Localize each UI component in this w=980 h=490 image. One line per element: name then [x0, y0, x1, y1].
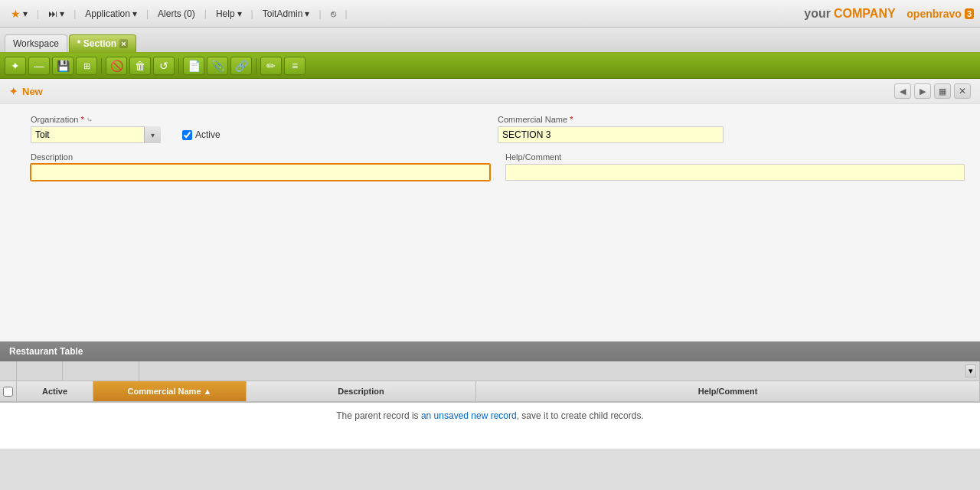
alerts-label: Alerts (0)	[158, 8, 195, 19]
org-select-wrapper: Toit ▾	[31, 126, 161, 143]
toolbar-separator-3	[256, 58, 256, 74]
logo-your: your	[804, 7, 831, 21]
org-info-icon[interactable]: ⤷	[87, 116, 93, 124]
history-dropdown-icon: ▾	[60, 8, 64, 19]
filter-dropdown-button[interactable]: ▾	[965, 364, 976, 377]
help-dropdown-icon: ▾	[237, 8, 242, 19]
logo-company: COMPANY	[834, 7, 896, 21]
logo-openbravo: openbravo	[906, 8, 962, 20]
restaurant-table-title: Restaurant Table	[9, 346, 83, 357]
home-icon: ★	[11, 8, 21, 20]
active-label: Active	[195, 129, 220, 140]
tab-workspace-label: Workspace	[13, 38, 59, 49]
prev-record-button[interactable]: ◀	[894, 83, 911, 99]
divider-7: |	[345, 8, 348, 19]
customize-button[interactable]: ✏	[260, 57, 282, 75]
commercial-name-group: Commercial Name *	[498, 115, 949, 143]
nav-history-button[interactable]: ⏭ ▾	[44, 7, 69, 21]
grid-filter-cell-1	[17, 361, 63, 381]
notes-button[interactable]: ≡	[284, 57, 305, 75]
logout-icon: ⎋	[331, 8, 336, 19]
divider-6: |	[318, 8, 321, 19]
form-title-area: ✦ New	[9, 86, 43, 97]
description-group: Description	[31, 152, 490, 181]
active-checkbox[interactable]	[182, 130, 192, 140]
copy-button[interactable]: 📄	[183, 57, 204, 75]
commercial-name-input[interactable]	[498, 126, 724, 143]
delete-record-button[interactable]: —	[28, 57, 50, 75]
form-nav-buttons: ◀ ▶ ▦ ✕	[894, 83, 971, 99]
grid-filter-row: ▾	[0, 361, 980, 381]
org-group: Organization * ⤷ Toit ▾ Active	[31, 115, 482, 143]
save-button[interactable]: 💾	[52, 57, 74, 75]
discard-button[interactable]: 🚫	[106, 57, 127, 75]
home-dropdown-icon: ▾	[23, 8, 28, 19]
form-title-star: ✦	[9, 86, 18, 97]
help-comment-input[interactable]	[505, 164, 965, 181]
attachment-button[interactable]: 📎	[207, 57, 228, 75]
org-required: *	[80, 115, 83, 124]
grid-filter-cell-3: ▾	[139, 361, 980, 381]
grid-filter-cell-2	[63, 361, 139, 381]
close-form-button[interactable]: ✕	[954, 83, 971, 99]
help-comment-label: Help/Comment	[505, 152, 965, 162]
divider-2: |	[74, 8, 76, 19]
form-area: ✦ New ◀ ▶ ▦ ✕ Organization * ⤷	[0, 79, 980, 341]
form-title: New	[22, 86, 43, 97]
grid-header-commercial-name[interactable]: Commercial Name ▲	[93, 381, 247, 401]
toolbar-separator-2	[178, 58, 179, 74]
grid-container: ▾ Active Commercial Name ▲ Description H…	[0, 361, 980, 449]
org-select[interactable]: Toit	[31, 126, 161, 143]
grid-header-active[interactable]: Active	[17, 381, 93, 401]
commercial-name-label: Commercial Name *	[498, 115, 949, 124]
unsaved-link: an unsaved new record	[421, 410, 517, 421]
application-menu[interactable]: Application ▾	[80, 7, 142, 21]
tab-section[interactable]: * Section ×	[69, 34, 136, 52]
alerts-button[interactable]: Alerts (0)	[153, 7, 200, 21]
toolbar-separator-1	[101, 58, 102, 74]
bottom-section-header: Restaurant Table	[0, 341, 980, 361]
home-button[interactable]: ★ ▾	[6, 6, 32, 21]
grid-empty-message: The parent record is an unsaved new reco…	[0, 403, 980, 429]
delete-button[interactable]: 🗑	[129, 57, 151, 75]
divider-4: |	[204, 8, 207, 19]
tab-section-label: * Section	[77, 38, 116, 49]
logout-button[interactable]: ⎋	[326, 7, 341, 21]
tab-section-close[interactable]: ×	[119, 39, 127, 48]
description-label: Description	[31, 152, 490, 162]
application-dropdown-icon: ▾	[132, 8, 137, 19]
form-row-1: Organization * ⤷ Toit ▾ Active	[31, 115, 949, 143]
link-button[interactable]: 🔗	[230, 57, 252, 75]
help-menu[interactable]: Help ▾	[211, 7, 247, 21]
description-input[interactable]	[31, 164, 490, 181]
grid-header-description[interactable]: Description	[247, 381, 476, 401]
form-row-2: Description Help/Comment	[31, 152, 949, 181]
tabbar: Workspace * Section ×	[0, 28, 980, 54]
grid-filter-checkbox-cell	[0, 361, 17, 381]
grid-select-all-checkbox[interactable]	[3, 387, 13, 397]
save-new-button[interactable]: ⊞	[76, 57, 97, 75]
divider-5: |	[251, 8, 253, 19]
grid-header-checkbox-cell	[0, 381, 17, 401]
divider-3: |	[146, 8, 149, 19]
admin-label: ToitAdmin	[263, 8, 303, 19]
new-record-button[interactable]: ✦	[5, 57, 26, 75]
grid-header-help-comment[interactable]: Help/Comment	[476, 381, 980, 401]
help-label: Help	[216, 8, 235, 19]
help-comment-group: Help/Comment	[505, 152, 965, 181]
refresh-button[interactable]: ↺	[153, 57, 175, 75]
application-label: Application	[85, 8, 130, 19]
toolbar: ✦ — 💾 ⊞ 🚫 🗑 ↺ 📄 📎 🔗 ✏ ≡	[0, 54, 980, 79]
active-checkbox-row: Active	[182, 129, 220, 140]
org-input-row: Toit ▾ Active	[31, 126, 482, 143]
history-icon: ⏭	[48, 8, 57, 19]
topbar: ★ ▾ | ⏭ ▾ | Application ▾ | Alerts (0) |…	[0, 0, 980, 28]
grid-view-button[interactable]: ▦	[934, 83, 951, 99]
admin-menu[interactable]: ToitAdmin ▾	[258, 7, 315, 21]
org-label: Organization * ⤷	[31, 115, 482, 124]
logo-version: 3	[965, 8, 974, 19]
tab-workspace[interactable]: Workspace	[5, 34, 67, 52]
form-header: ✦ New ◀ ▶ ▦ ✕	[0, 79, 980, 104]
next-record-button[interactable]: ▶	[914, 83, 931, 99]
form-body: Organization * ⤷ Toit ▾ Active	[0, 104, 980, 341]
